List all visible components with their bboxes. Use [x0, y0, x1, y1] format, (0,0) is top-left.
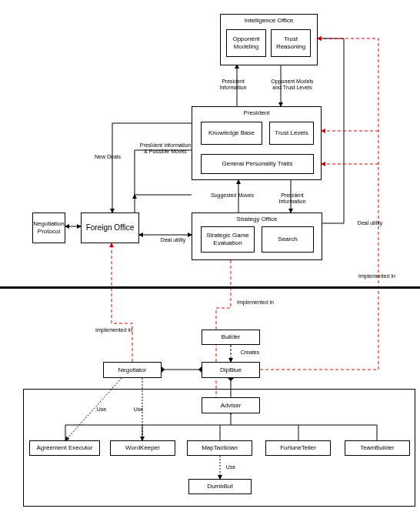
opponent-modeling-box: Opponent Modeling — [226, 29, 266, 57]
label-use-2: Use — [131, 407, 146, 413]
section-divider — [0, 286, 420, 289]
opponent-modeling-label: Opponent Modeling — [228, 35, 264, 50]
fortuneteller-box: FortuneTeller — [265, 440, 331, 456]
negotiation-protocol-box: Negotiation Protocol — [32, 212, 65, 243]
wordkeeper-box: WordKeeper — [110, 440, 175, 456]
label-deal-utility: Deal utility — [154, 237, 192, 243]
foreign-office-box: Foreign Office — [81, 212, 139, 243]
label-suggested-moves: Suggested Moves — [205, 192, 259, 199]
label-new-deals: New Deals — [88, 154, 127, 160]
label-opponent-models: Opponent Models and Trust Levels — [262, 79, 323, 90]
fortuneteller-label: FortuneTeller — [280, 444, 316, 452]
personality-traits-label: General Personality Traits — [222, 160, 292, 168]
negotiator-label: Negotiator — [118, 366, 147, 374]
search-label: Search — [278, 236, 297, 243]
dumbbot-label: DumbBot — [207, 483, 232, 490]
personality-traits-box: General Personality Traits — [201, 154, 314, 174]
builder-label: Builder — [222, 333, 241, 341]
label-deal-utility-2: Deal utility — [351, 220, 389, 226]
strategy-office-title: Strategy Office — [192, 213, 322, 226]
adviser-box: Adviser — [202, 397, 260, 413]
foreign-office-label: Foreign Office — [86, 223, 135, 233]
label-use-3: Use — [223, 464, 238, 470]
builder-box: Builder — [202, 330, 260, 345]
label-creates: Creates — [235, 350, 265, 356]
strategic-eval-label: Strategic Game Evaluation — [203, 232, 252, 246]
agreement-executor-box: Agreement Executor — [29, 440, 100, 456]
adviser-label: Adviser — [221, 402, 242, 410]
label-president-info: President Information — [214, 79, 252, 90]
trust-reasoning-label: Trust Reasoning — [273, 35, 308, 50]
label-pres-info-moves: President Information & Possible Moves — [135, 142, 196, 154]
label-implemented-in-1: Implemented in — [354, 273, 400, 279]
label-use-1: Use — [94, 407, 109, 413]
trust-levels-label: Trust Levels — [275, 129, 308, 137]
search-box: Search — [262, 226, 314, 253]
knowledge-base-label: Knowledge Base — [208, 129, 255, 137]
dumbbot-box: DumbBot — [188, 479, 252, 494]
label-implemented-in-3: Implemented in — [91, 327, 137, 333]
trust-levels-box: Trust Levels — [269, 122, 314, 145]
teambuilder-box: TeamBuilder — [345, 440, 410, 456]
agreement-executor-label: Agreement Executor — [37, 444, 93, 452]
knowledge-base-box: Knowledge Base — [201, 122, 262, 145]
label-president-info2: President Information — [273, 192, 312, 204]
strategic-eval-box: Strategic Game Evaluation — [201, 226, 255, 253]
maptactician-label: MapTactician — [202, 444, 238, 452]
negotiation-protocol-label: Negotiation Protocol — [33, 220, 64, 235]
maptactician-box: MapTactician — [187, 440, 252, 456]
teambuilder-label: TeamBuilder — [360, 444, 394, 452]
trust-reasoning-box: Trust Reasoning — [271, 29, 311, 57]
label-implemented-in-2: Implemented in — [232, 299, 278, 306]
wordkeeper-label: WordKeeper — [125, 444, 160, 452]
dipblue-box: DipBlue — [202, 362, 260, 378]
intelligence-office-title: Intelligence Office — [221, 15, 317, 27]
president-title: President — [192, 107, 321, 119]
dipblue-label: DipBlue — [220, 366, 242, 374]
negotiator-box: Negotiator — [103, 362, 162, 378]
